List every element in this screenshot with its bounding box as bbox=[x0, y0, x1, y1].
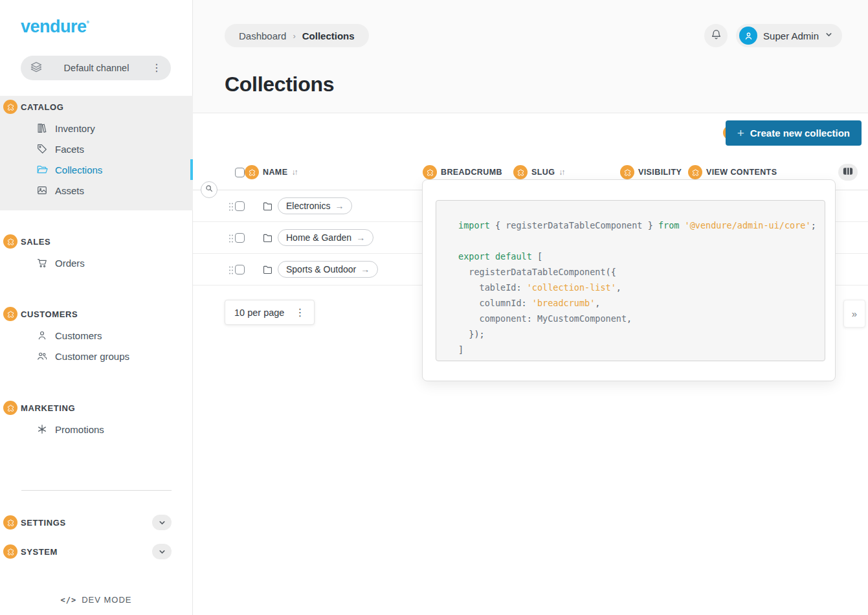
code-line: tableId: 'collection-list', bbox=[458, 280, 825, 295]
next-page-button[interactable]: » bbox=[843, 300, 865, 328]
header-band: Dashboard › Collections Super Admin Coll… bbox=[193, 0, 868, 113]
collection-link-sports-outdoor[interactable]: Sports & Outdoor→ bbox=[278, 261, 378, 278]
drag-handle-icon[interactable] bbox=[228, 234, 234, 246]
sidebar-item-label: Customer groups bbox=[55, 351, 129, 362]
dev-badge-column-name[interactable] bbox=[245, 165, 259, 179]
collection-name: Home & Garden bbox=[286, 232, 351, 243]
user-name: Super Admin bbox=[763, 30, 819, 41]
dev-badge-customers[interactable] bbox=[3, 307, 17, 321]
folder-open-icon bbox=[36, 164, 48, 175]
collection-link-electronics[interactable]: Electronics→ bbox=[278, 197, 352, 214]
dev-mode-label: DEV MODE bbox=[82, 595, 131, 605]
sidebar-item-customer-groups[interactable]: Customer groups bbox=[0, 346, 193, 366]
breadcrumb-collections[interactable]: Collections bbox=[302, 30, 355, 41]
section-label: CUSTOMERS bbox=[21, 309, 78, 319]
collapse-button-system[interactable] bbox=[152, 544, 172, 559]
books-icon bbox=[36, 122, 48, 134]
column-label: NAME bbox=[263, 168, 287, 177]
dev-mode-toggle[interactable]: </> DEV MODE bbox=[0, 595, 192, 605]
collapse-button-settings[interactable] bbox=[152, 515, 172, 530]
main-content: Dashboard › Collections Super Admin Coll… bbox=[193, 0, 868, 615]
items-per-page-select[interactable]: 10 per page ⋮ bbox=[225, 300, 315, 325]
code-line: }); bbox=[458, 326, 825, 342]
section-label: SALES bbox=[21, 237, 50, 247]
column-label: BREADCRUMB bbox=[441, 168, 502, 177]
code-line bbox=[458, 233, 825, 249]
dev-mode-code-popup: import { registerDataTableComponent } fr… bbox=[422, 179, 836, 381]
collection-link-home-garden[interactable]: Home & Garden→ bbox=[278, 229, 373, 246]
create-new-collection-button[interactable]: + Create new collection bbox=[726, 120, 862, 146]
select-all-checkbox[interactable] bbox=[235, 168, 245, 177]
dev-badge-column-breadcrumb[interactable] bbox=[423, 165, 437, 179]
search-expand-button[interactable] bbox=[201, 181, 217, 198]
sidebar-item-orders[interactable]: Orders bbox=[0, 252, 193, 273]
dev-badge-catalog[interactable] bbox=[3, 100, 17, 114]
drag-handle-icon[interactable] bbox=[228, 202, 234, 214]
code-line: import { registerDataTableComponent } fr… bbox=[458, 218, 825, 233]
breadcrumb-dashboard[interactable]: Dashboard bbox=[239, 30, 286, 41]
row-checkbox[interactable] bbox=[235, 201, 245, 211]
layers-icon bbox=[30, 60, 43, 76]
sidebar-item-customers[interactable]: Customers bbox=[0, 325, 193, 346]
sidebar-item-promotions[interactable]: Promotions bbox=[0, 419, 193, 440]
dev-badge-settings[interactable] bbox=[3, 515, 17, 530]
arrow-right-icon: → bbox=[361, 264, 370, 274]
row-checkbox[interactable] bbox=[235, 233, 245, 243]
sort-icon[interactable]: ↓↑ bbox=[291, 168, 296, 177]
dev-badge-column-slug[interactable] bbox=[513, 165, 528, 179]
code-snippet: import { registerDataTableComponent } fr… bbox=[436, 200, 825, 361]
section-header-settings[interactable]: SETTINGS bbox=[0, 511, 193, 533]
dev-badge-marketing[interactable] bbox=[3, 401, 17, 415]
sidebar-section-sales: SALESOrders bbox=[0, 230, 193, 273]
folder-icon bbox=[262, 201, 273, 214]
collection-name: Sports & Outdoor bbox=[286, 264, 356, 274]
create-button-label: Create new collection bbox=[750, 128, 850, 139]
column-settings-button[interactable] bbox=[838, 164, 858, 181]
per-page-kebab-icon: ⋮ bbox=[293, 308, 306, 318]
column-label: VISIBILITY bbox=[638, 168, 682, 177]
sidebar-item-label: Customers bbox=[55, 330, 102, 341]
channel-selector[interactable]: Default channel ⋮ bbox=[21, 56, 171, 80]
sidebar-item-label: Inventory bbox=[55, 123, 95, 134]
folder-icon bbox=[262, 264, 273, 278]
channel-menu-kebab-icon[interactable]: ⋮ bbox=[150, 63, 163, 73]
sidebar-item-label: Collections bbox=[55, 164, 102, 175]
sidebar-nav: CATALOGInventoryFacetsCollectionsAssetsS… bbox=[0, 80, 193, 563]
sidebar-item-facets[interactable]: Facets bbox=[0, 139, 193, 159]
code-line: registerDataTableComponent({ bbox=[458, 264, 825, 280]
sidebar-item-collections[interactable]: Collections bbox=[0, 159, 193, 180]
code-line: columnId: 'breadcrumb', bbox=[458, 295, 825, 311]
sidebar-section-catalog: CATALOGInventoryFacetsCollectionsAssets bbox=[0, 96, 193, 210]
arrow-right-icon: → bbox=[356, 232, 365, 243]
notifications-button[interactable] bbox=[704, 24, 728, 47]
code-line: component: MyCustomComponent, bbox=[458, 311, 825, 326]
sidebar-item-label: Facets bbox=[55, 144, 84, 155]
sidebar-divider bbox=[21, 490, 172, 491]
sidebar: vendure° Default channel ⋮ CATALOGInvent… bbox=[0, 0, 193, 615]
section-label: SETTINGS bbox=[21, 518, 66, 528]
sidebar-item-inventory[interactable]: Inventory bbox=[0, 118, 193, 139]
section-label: CATALOG bbox=[21, 102, 64, 112]
table-columns-icon bbox=[843, 166, 853, 178]
section-label: MARKETING bbox=[21, 403, 75, 413]
plus-icon: + bbox=[737, 126, 744, 140]
row-checkbox[interactable] bbox=[235, 265, 245, 274]
dev-badge-column-view-contents[interactable] bbox=[688, 165, 702, 179]
sidebar-item-label: Orders bbox=[55, 258, 85, 269]
dev-badge-sales[interactable] bbox=[3, 234, 17, 249]
section-header-system[interactable]: SYSTEM bbox=[0, 541, 193, 563]
sidebar-item-assets[interactable]: Assets bbox=[0, 180, 193, 201]
column-header-name[interactable]: NAME↓↑ bbox=[245, 162, 296, 183]
section-header-customers: CUSTOMERS bbox=[0, 303, 193, 325]
code-line: export default [ bbox=[458, 249, 825, 264]
vendure-logo[interactable]: vendure° bbox=[21, 17, 89, 37]
breadcrumb: Dashboard › Collections bbox=[225, 24, 369, 47]
drag-handle-icon[interactable] bbox=[228, 265, 234, 278]
search-icon bbox=[205, 184, 214, 196]
dev-badge-system[interactable] bbox=[3, 544, 17, 559]
sort-icon[interactable]: ↓↑ bbox=[559, 168, 564, 177]
logo-text: vendure bbox=[21, 17, 87, 36]
dev-badge-column-visibility[interactable] bbox=[620, 165, 634, 179]
user-menu[interactable]: Super Admin bbox=[736, 24, 842, 47]
logo-ring: ° bbox=[87, 19, 89, 27]
